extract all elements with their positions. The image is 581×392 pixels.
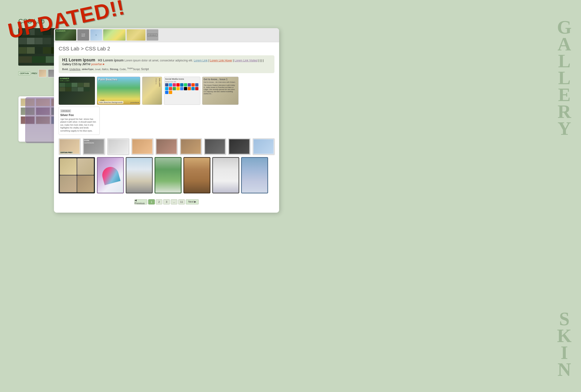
art-redhead[interactable]: [126, 157, 153, 193]
typo-line2: Bold, Underline, strikeType, Small, Ital…: [62, 67, 271, 71]
stamp-harrison[interactable]: DARK HARRISON: [83, 138, 104, 155]
breadcrumb-home[interactable]: CSS Lab: [59, 46, 79, 51]
typography-demo: H1 Lorem ipsum H3 Lorem ipsum Lorem ipsu…: [59, 55, 274, 73]
gallery-css-label: Gallery CSS by JMTH/: [62, 63, 90, 66]
letter-L2: L: [558, 69, 570, 86]
typo-line1: H1 Lorem ipsum H3 Lorem ipsum Lorem ipsu…: [62, 58, 271, 66]
main-panel: SUMMER SUMMER E Literature CSS Lab > CSS…: [54, 28, 279, 213]
breadcrumb-current: CSS Lab 2: [85, 46, 110, 51]
gallery-item-silver-fox[interactable]: Literature Silver Fox Age has grayed his…: [59, 107, 100, 135]
demo-link[interactable]: Lorem Link: [194, 59, 208, 62]
updated-stamp: UPDATED!!: [7, 7, 126, 31]
gallery-row-1: SUMMER N★CLS★R Palm Beaches: [59, 77, 274, 135]
gallery-item-summer[interactable]: SUMMER N★CLS★R: [59, 77, 95, 105]
stamp-certain[interactable]: CERTAIN PREV: [59, 138, 80, 155]
lorem-text: Lorem ipsum dolor sit amet, consectetur …: [124, 59, 193, 62]
gallery-item-nav[interactable]: GALLERY ITEM S: [142, 77, 162, 105]
gallery-item-social[interactable]: Social Media Icons Social Icon Set: [164, 77, 200, 105]
art-green-woman[interactable]: [154, 157, 182, 193]
stamp-col1[interactable]: [131, 138, 153, 155]
page-ellipsis: ...: [171, 199, 177, 204]
demo-link-hover[interactable]: Lorem Link Hover: [210, 59, 232, 62]
letter-S: S: [559, 310, 570, 327]
prev-button[interactable]: ◀ Previous: [134, 199, 147, 204]
letter-A: A: [558, 36, 571, 52]
page-11-button[interactable]: 11: [178, 199, 185, 204]
letter-G: G: [557, 19, 572, 36]
prev-label: PREV: [32, 72, 37, 74]
gallery-section: SUMMER N★CLS★R Palm Beaches: [54, 77, 279, 208]
header-thumb-6[interactable]: Literature: [146, 29, 158, 40]
stamp-dark2[interactable]: [228, 138, 250, 155]
demo-link-visited[interactable]: Lorem Link Visited: [234, 59, 258, 62]
h1-demo: H1 Lorem ipsum: [62, 58, 95, 62]
breadcrumb-separator: >: [81, 46, 85, 51]
art-white-character[interactable]: [212, 157, 239, 193]
page-1-button[interactable]: 1: [148, 199, 155, 204]
stamp-dark1[interactable]: [204, 138, 226, 155]
gallery-item-palm[interactable]: Palm Beaches Palm Beaches Backgrounds ⭐8…: [97, 77, 140, 105]
gallery-item-get-to-know[interactable]: Get to know... Issue 1 Get to know... An…: [202, 77, 238, 105]
page-3-button[interactable]: 3: [163, 199, 170, 204]
letter-L1: L: [558, 52, 570, 69]
h3-demo: H3 Lorem ipsum: [98, 58, 124, 62]
header-thumb-5[interactable]: [127, 29, 146, 40]
prev-thumb: [38, 69, 47, 77]
letter-I: I: [560, 344, 568, 361]
stamp-col2[interactable]: [156, 138, 177, 155]
certain-label: CERTAIN: [18, 71, 30, 75]
certain-prev-section: CERTAIN PREV: [18, 69, 56, 77]
letter-R: R: [558, 103, 571, 120]
skin-side-letters: S K I N: [557, 310, 572, 378]
gallery-css-text: | | | |: [258, 59, 264, 62]
poserfan-label: poserfan★: [91, 63, 105, 66]
gallery-side-letters: G A L L E R Y: [557, 19, 572, 137]
stamp-row: CERTAIN PREV DARK HARRISON: [59, 138, 274, 155]
next-button[interactable]: Next ▶: [186, 199, 199, 204]
page-2-button[interactable]: 2: [156, 199, 162, 204]
art-row: [59, 157, 274, 193]
art-umbrella[interactable]: [97, 157, 124, 193]
pagination: ◀ Previous 1 2 3 ... 11 Next ▶: [59, 196, 274, 208]
stamp-sepia[interactable]: [180, 138, 202, 155]
art-brown-bg[interactable]: [184, 157, 210, 193]
art-blue-bg[interactable]: [241, 157, 268, 193]
letter-E: E: [558, 86, 570, 103]
letter-Y: Y: [558, 120, 571, 137]
stamp-plain[interactable]: [107, 138, 129, 155]
art-collage[interactable]: [59, 157, 95, 193]
letter-N: N: [558, 361, 571, 378]
stamp-col3[interactable]: [252, 138, 274, 155]
breadcrumb: CSS Lab > CSS Lab 2: [54, 42, 279, 53]
letter-K: K: [557, 327, 572, 344]
